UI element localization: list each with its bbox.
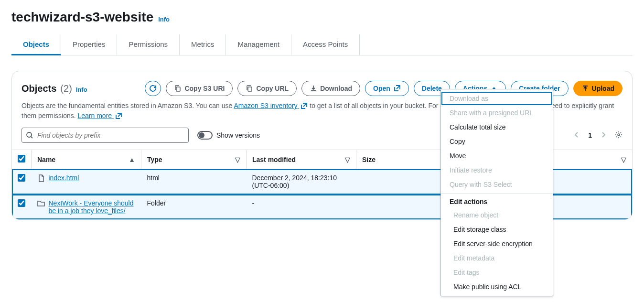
refresh-button[interactable] <box>145 81 161 96</box>
settings-button[interactable] <box>615 131 623 140</box>
sort-icon: ▽ <box>621 156 626 163</box>
external-link-icon <box>300 102 308 110</box>
menu-calculate-size[interactable]: Calculate total size <box>441 120 553 134</box>
row-checkbox[interactable] <box>18 174 25 182</box>
delete-label: Delete <box>422 85 442 92</box>
object-name-link[interactable]: NextWork - Everyone should be in a job t… <box>49 199 135 215</box>
object-type: html <box>141 169 247 195</box>
tab-metrics[interactable]: Metrics <box>180 34 226 55</box>
copy-icon <box>174 85 182 92</box>
sort-icon: ▽ <box>345 156 350 163</box>
external-link-icon <box>115 112 122 120</box>
header-info-link[interactable]: Info <box>158 16 170 23</box>
refresh-icon <box>149 85 157 92</box>
actions-dropdown: Download as Share with a presigned URL C… <box>440 89 553 220</box>
upload-label: Upload <box>592 85 614 92</box>
copy-icon <box>246 85 253 92</box>
bucket-title: techwizard-s3-website <box>11 10 153 25</box>
menu-query-s3-select: Query with S3 Select <box>441 177 553 192</box>
download-button[interactable]: Download <box>301 81 360 96</box>
svg-point-3 <box>618 134 620 136</box>
learn-more-link[interactable]: Learn more <box>77 112 122 119</box>
copy-s3-uri-label: Copy S3 URI <box>184 85 225 92</box>
panel-title: Objects <box>21 83 56 94</box>
menu-download-as: Download as <box>441 91 553 106</box>
menu-edit-header: Edit actions <box>441 194 553 208</box>
tab-properties[interactable]: Properties <box>61 34 117 55</box>
page-prev-button[interactable] <box>571 129 582 142</box>
search-box[interactable] <box>21 128 189 143</box>
select-all-checkbox[interactable] <box>18 155 25 162</box>
page-next-button[interactable] <box>598 129 609 142</box>
object-type: Folder <box>141 195 247 220</box>
tab-permissions[interactable]: Permissions <box>117 34 180 55</box>
object-last-modified: December 2, 2024, 18:23:10 (UTC-06:00) <box>247 169 356 195</box>
show-versions-toggle[interactable] <box>197 131 213 140</box>
svg-rect-1 <box>248 87 252 91</box>
show-versions-label: Show versions <box>216 131 260 139</box>
page-number: 1 <box>588 131 592 139</box>
object-name-link[interactable]: index.html <box>49 174 79 182</box>
search-input[interactable] <box>37 131 184 139</box>
gear-icon <box>615 131 623 139</box>
col-type[interactable]: Type <box>147 156 162 163</box>
tab-objects[interactable]: Objects <box>11 34 61 55</box>
sort-asc-icon: ▲ <box>129 156 135 163</box>
copy-s3-uri-button[interactable]: Copy S3 URI <box>166 81 233 96</box>
panel-count: (2) <box>60 83 72 94</box>
chevron-left-icon <box>573 131 580 139</box>
col-last-modified[interactable]: Last modified <box>252 156 296 163</box>
tab-management[interactable]: Management <box>226 34 291 55</box>
tab-access-points[interactable]: Access Points <box>291 34 360 55</box>
open-label: Open <box>373 85 390 92</box>
copy-url-label: Copy URL <box>256 85 289 92</box>
col-size[interactable]: Size <box>362 156 376 163</box>
s3-inventory-link[interactable]: Amazon S3 inventory <box>234 102 308 109</box>
menu-rename-object: Rename object <box>441 208 553 220</box>
external-link-icon <box>393 85 401 92</box>
sort-icon: ▽ <box>235 156 240 163</box>
chevron-right-icon <box>600 131 607 139</box>
menu-initiate-restore: Initiate restore <box>441 163 553 177</box>
file-icon <box>37 174 45 182</box>
panel-info-link[interactable]: Info <box>76 86 87 93</box>
row-checkbox[interactable] <box>18 199 25 207</box>
open-button[interactable]: Open <box>365 81 409 96</box>
upload-icon <box>581 85 589 92</box>
menu-move[interactable]: Move <box>441 149 553 163</box>
menu-share-presigned: Share with a presigned URL <box>441 106 553 120</box>
download-icon <box>310 85 317 92</box>
upload-button[interactable]: Upload <box>573 81 623 96</box>
download-label: Download <box>320 85 352 92</box>
search-icon <box>26 131 33 139</box>
menu-copy[interactable]: Copy <box>441 134 553 149</box>
tab-bar: Objects Properties Permissions Metrics M… <box>11 34 633 55</box>
svg-point-2 <box>27 132 32 137</box>
svg-rect-0 <box>176 87 180 91</box>
col-name[interactable]: Name <box>37 156 55 163</box>
object-last-modified: - <box>247 195 356 220</box>
folder-icon <box>37 200 45 207</box>
copy-url-button[interactable]: Copy URL <box>237 81 297 96</box>
